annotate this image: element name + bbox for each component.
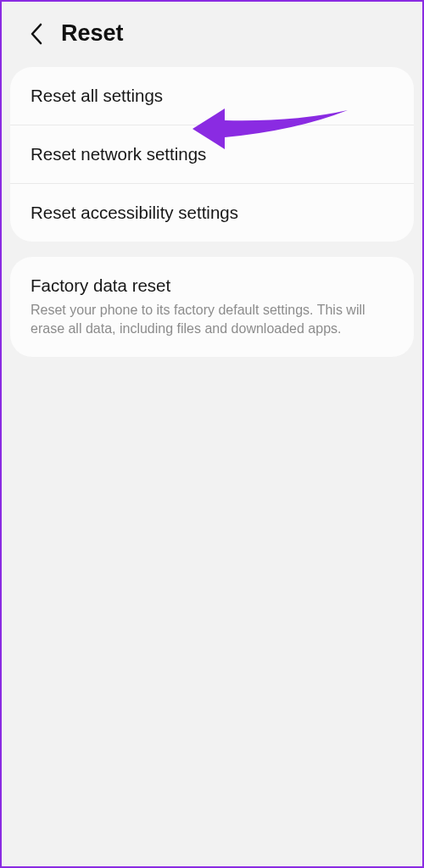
reset-accessibility-settings-item[interactable]: Reset accessibility settings — [10, 184, 414, 242]
reset-options-card: Reset all settings Reset network setting… — [10, 67, 414, 242]
header-bar: Reset — [2, 2, 422, 64]
reset-network-settings-item[interactable]: Reset network settings — [10, 125, 414, 184]
item-label: Reset all settings — [31, 86, 393, 106]
factory-reset-card: Factory data reset Reset your phone to i… — [10, 257, 414, 357]
item-description: Reset your phone to its factory default … — [31, 301, 393, 338]
item-label: Reset accessibility settings — [31, 203, 393, 223]
page-title: Reset — [61, 20, 124, 47]
factory-data-reset-item[interactable]: Factory data reset Reset your phone to i… — [10, 257, 414, 357]
reset-all-settings-item[interactable]: Reset all settings — [10, 67, 414, 125]
back-button[interactable] — [25, 22, 49, 46]
item-label: Reset network settings — [31, 144, 393, 164]
item-label: Factory data reset — [31, 275, 393, 296]
screen-frame: Reset Reset all settings Reset network s… — [0, 0, 424, 868]
back-icon — [30, 23, 45, 45]
